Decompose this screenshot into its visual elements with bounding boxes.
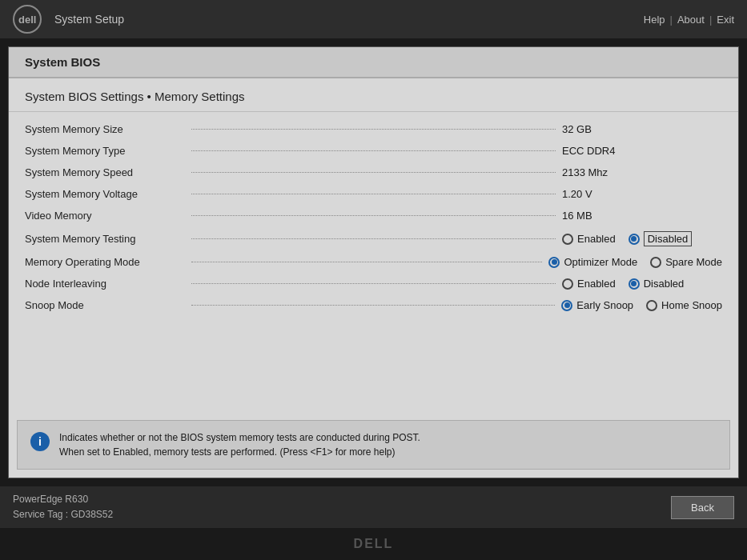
exit-link[interactable]: Exit	[717, 14, 734, 26]
radio-label-disabled: Disabled	[644, 231, 693, 246]
radio-label-enabled: Enabled	[577, 233, 616, 245]
setting-label-memory-voltage: System Memory Voltage	[25, 188, 185, 200]
table-row: System Memory Type ECC DDR4	[9, 140, 738, 162]
svg-text:dell: dell	[18, 14, 36, 25]
operating-mode-radio-group: Optimizer Mode Spare Mode	[548, 256, 722, 268]
radio-circle-ni-enabled[interactable]	[562, 278, 573, 290]
dots-3	[191, 194, 556, 194]
settings-area: System BIOS Settings • Memory Settings S…	[9, 78, 738, 478]
radio-label-ni-enabled: Enabled	[577, 278, 616, 290]
dots-2	[191, 172, 556, 173]
setting-label-snoop-mode: Snoop Mode	[25, 299, 185, 311]
radio-circle-home-snoop[interactable]	[646, 300, 657, 311]
top-nav: Help | About | Exit	[644, 14, 734, 26]
back-button[interactable]: Back	[671, 496, 734, 519]
radio-circle-enabled[interactable]	[562, 234, 573, 245]
service-tag: Service Tag : GD38S52	[13, 507, 113, 522]
settings-title: System BIOS Settings • Memory Settings	[9, 78, 738, 112]
node-interleaving-radio-group: Enabled Disabled	[562, 278, 722, 290]
dots-0	[191, 129, 556, 130]
setting-label-memory-size: System Memory Size	[25, 123, 185, 135]
info-text: Indicates whether or not the BIOS system…	[59, 430, 420, 459]
setting-value-memory-size: 32 GB	[562, 123, 722, 135]
radio-option-spare[interactable]: Spare Mode	[650, 256, 722, 268]
setting-label-node-interleaving: Node Interleaving	[25, 278, 185, 290]
radio-option-ni-enabled[interactable]: Enabled	[562, 278, 616, 290]
settings-rows: System Memory Size 32 GB System Memory T…	[9, 112, 738, 412]
setting-label-memory-speed: System Memory Speed	[25, 166, 185, 178]
setting-label-video-memory: Video Memory	[25, 210, 185, 222]
about-link[interactable]: About	[677, 14, 705, 26]
radio-option-ni-disabled[interactable]: Disabled	[629, 278, 685, 290]
table-row: System Memory Testing Enabled Disabled	[9, 226, 738, 251]
table-row: System Memory Speed 2133 Mhz	[9, 162, 738, 183]
setting-value-memory-speed: 2133 Mhz	[562, 166, 722, 178]
dots-8	[191, 305, 555, 306]
radio-label-home-snoop: Home Snoop	[661, 299, 722, 311]
setting-value-memory-voltage: 1.20 V	[562, 188, 722, 200]
dell-bottom-bar: DELL	[0, 528, 747, 560]
info-box: i Indicates whether or not the BIOS syst…	[17, 420, 730, 470]
bios-title: System BIOS	[25, 55, 100, 69]
table-row: System Memory Size 32 GB	[9, 118, 738, 140]
dots-5	[191, 238, 556, 239]
separator-1: |	[670, 14, 673, 26]
setting-value-memory-type: ECC DDR4	[562, 145, 722, 157]
memory-testing-radio-group: Enabled Disabled	[562, 231, 722, 246]
dots-4	[191, 215, 556, 216]
table-row: Snoop Mode Early Snoop Home Snoop	[9, 294, 738, 316]
bottom-bar: PowerEdge R630 Service Tag : GD38S52 Bac…	[0, 486, 747, 528]
info-icon: i	[30, 432, 50, 451]
radio-circle-ni-disabled[interactable]	[629, 278, 640, 290]
radio-option-enabled[interactable]: Enabled	[562, 233, 616, 245]
radio-circle-optimizer[interactable]	[548, 257, 560, 268]
radio-label-optimizer: Optimizer Mode	[564, 256, 637, 268]
setting-label-operating-mode: Memory Operating Mode	[25, 256, 185, 268]
help-link[interactable]: Help	[644, 14, 665, 26]
radio-circle-disabled[interactable]	[629, 234, 640, 245]
separator-2: |	[709, 14, 712, 26]
dell-bottom-logo: DELL	[354, 537, 394, 551]
radio-circle-spare[interactable]	[650, 257, 661, 268]
setting-value-video-memory: 16 MB	[562, 210, 722, 222]
radio-option-home-snoop[interactable]: Home Snoop	[646, 299, 722, 311]
radio-label-spare: Spare Mode	[665, 256, 722, 268]
radio-option-early-snoop[interactable]: Early Snoop	[561, 299, 633, 311]
dell-logo-icon: dell	[13, 5, 42, 34]
device-model: PowerEdge R630	[13, 492, 113, 507]
radio-option-disabled[interactable]: Disabled	[629, 231, 693, 246]
bios-section-header: System BIOS	[9, 47, 738, 78]
table-row: Node Interleaving Enabled Disabled	[9, 273, 738, 294]
radio-label-early-snoop: Early Snoop	[576, 299, 633, 311]
radio-label-ni-disabled: Disabled	[644, 278, 685, 290]
radio-circle-early-snoop[interactable]	[561, 300, 572, 311]
table-row: Video Memory 16 MB	[9, 205, 738, 226]
top-bar: dell System Setup Help | About | Exit	[0, 0, 747, 38]
info-line-1: Indicates whether or not the BIOS system…	[59, 430, 420, 445]
dots-1	[191, 150, 556, 151]
app-title: System Setup	[54, 13, 644, 26]
snoop-mode-radio-group: Early Snoop Home Snoop	[561, 299, 722, 311]
setting-label-memory-testing: System Memory Testing	[25, 233, 185, 245]
table-row: Memory Operating Mode Optimizer Mode Spa…	[9, 251, 738, 273]
dots-7	[191, 283, 556, 284]
main-content: System BIOS System BIOS Settings • Memor…	[8, 46, 739, 478]
device-info: PowerEdge R630 Service Tag : GD38S52	[13, 492, 113, 522]
radio-option-optimizer[interactable]: Optimizer Mode	[548, 256, 637, 268]
info-line-2: When set to Enabled, memory tests are pe…	[59, 445, 420, 459]
dots-6	[191, 262, 542, 262]
setting-label-memory-type: System Memory Type	[25, 145, 185, 157]
table-row: System Memory Voltage 1.20 V	[9, 183, 738, 205]
